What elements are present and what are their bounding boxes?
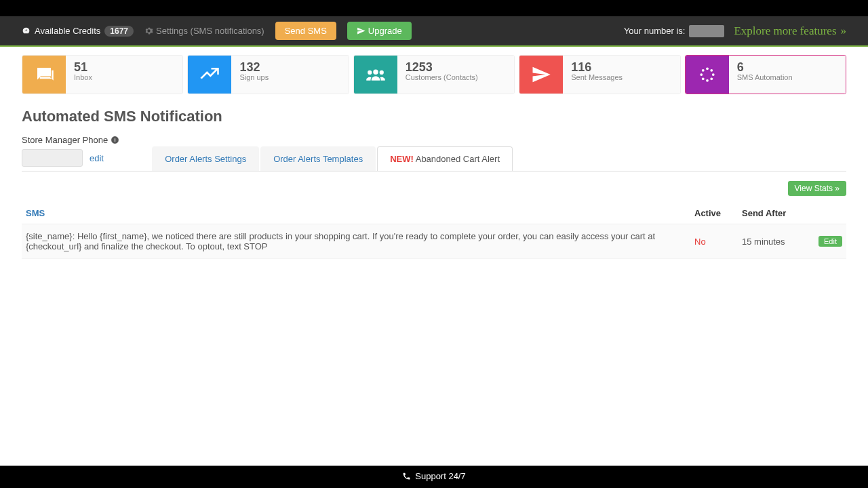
cell-active: No <box>690 224 738 259</box>
svg-point-5 <box>702 77 705 80</box>
phone-label-text: Store Manager Phone <box>22 135 108 145</box>
chat-icon <box>22 56 66 94</box>
tabs-container: Store Manager Phone i edit Order Alerts … <box>22 135 846 171</box>
your-number: Your number is: <box>624 25 725 37</box>
credits-label: Available Credits <box>35 26 100 36</box>
table-wrap: View Stats » SMS Active Send After {site… <box>22 181 846 259</box>
dashboard-icon <box>22 26 31 35</box>
info-icon[interactable]: i <box>111 136 119 144</box>
phone-section: Store Manager Phone i edit <box>22 135 119 171</box>
sms-table: SMS Active Send After {site_name}: Hello… <box>22 203 846 259</box>
table-row: {site_name}: Hello {first_name}, we noti… <box>22 224 846 259</box>
header-bar: Available Credits 1677 Settings (SMS not… <box>0 16 868 47</box>
phone-label: Store Manager Phone i <box>22 135 119 145</box>
stat-value: 51 <box>74 61 174 73</box>
settings-label: Settings (SMS notifications) <box>156 26 264 36</box>
tab-abandoned-label: Abandoned Cart Alert <box>414 154 500 164</box>
page-title: Automated SMS Notification <box>22 108 846 125</box>
stat-inbox[interactable]: 51 Inbox <box>22 55 183 94</box>
users-icon <box>354 56 397 94</box>
svg-point-1 <box>710 69 713 72</box>
content: 51 Inbox 132 Sign ups 1253 Customers (Co… <box>0 47 868 267</box>
view-stats-button[interactable]: View Stats » <box>788 181 846 196</box>
chevron-double-right-icon: » <box>841 24 847 38</box>
explore-label: Explore more features <box>734 24 836 38</box>
tab-order-settings[interactable]: Order Alerts Settings <box>152 146 259 171</box>
stat-sent[interactable]: 116 Sent Messages <box>519 55 680 94</box>
col-send-after: Send After <box>738 203 812 224</box>
upgrade-button[interactable]: Upgrade <box>347 22 412 40</box>
available-credits[interactable]: Available Credits 1677 <box>22 26 134 37</box>
edit-row-button[interactable]: Edit <box>818 236 842 247</box>
col-actions <box>812 203 846 224</box>
top-black-bar <box>0 0 868 16</box>
send-sms-button[interactable]: Send SMS <box>275 22 336 40</box>
cell-sms: {site_name}: Hello {first_name}, we noti… <box>22 224 690 259</box>
gear-icon <box>144 26 153 35</box>
stat-value: 116 <box>571 61 671 73</box>
svg-point-0 <box>706 67 709 70</box>
plane-icon <box>357 26 366 35</box>
explore-link[interactable]: Explore more features » <box>734 24 846 38</box>
tab-abandoned-cart[interactable]: NEW! Abandoned Cart Alert <box>377 146 513 171</box>
tab-order-templates[interactable]: Order Alerts Templates <box>260 146 376 171</box>
svg-point-6 <box>700 73 703 76</box>
stat-signups[interactable]: 132 Sign ups <box>187 55 349 94</box>
cell-send-after: 15 minutes <box>738 224 812 259</box>
stat-label: SMS Automation <box>737 73 837 81</box>
credits-count: 1677 <box>104 26 134 37</box>
settings-link[interactable]: Settings (SMS notifications) <box>144 26 264 36</box>
edit-phone-link[interactable]: edit <box>90 153 104 163</box>
stat-value: 132 <box>239 61 340 73</box>
col-sms[interactable]: SMS <box>22 203 690 224</box>
stat-customers[interactable]: 1253 Customers (Contacts) <box>353 55 515 94</box>
header-right: Your number is: Explore more features » <box>624 24 846 38</box>
number-box <box>689 25 724 37</box>
stat-automation[interactable]: 6 SMS Automation <box>685 55 846 94</box>
svg-text:i: i <box>115 137 116 143</box>
stats-row: 51 Inbox 132 Sign ups 1253 Customers (Co… <box>22 55 846 94</box>
chart-line-icon <box>188 56 231 94</box>
send-icon <box>519 56 563 94</box>
your-number-label: Your number is: <box>624 26 686 36</box>
tabs: Order Alerts Settings Order Alerts Templ… <box>152 146 514 171</box>
svg-point-3 <box>710 77 713 80</box>
stat-label: Sign ups <box>239 73 340 81</box>
new-badge: NEW! <box>390 154 414 164</box>
svg-point-2 <box>712 73 715 76</box>
stat-value: 1253 <box>406 61 506 73</box>
svg-point-7 <box>702 69 705 72</box>
col-active: Active <box>690 203 738 224</box>
stat-label: Customers (Contacts) <box>406 73 506 81</box>
stat-label: Inbox <box>74 73 174 81</box>
phone-input[interactable] <box>22 149 83 167</box>
stat-label: Sent Messages <box>571 73 671 81</box>
svg-point-4 <box>706 79 709 82</box>
automation-icon <box>686 56 729 94</box>
stat-value: 6 <box>737 61 837 73</box>
upgrade-label: Upgrade <box>368 26 402 36</box>
